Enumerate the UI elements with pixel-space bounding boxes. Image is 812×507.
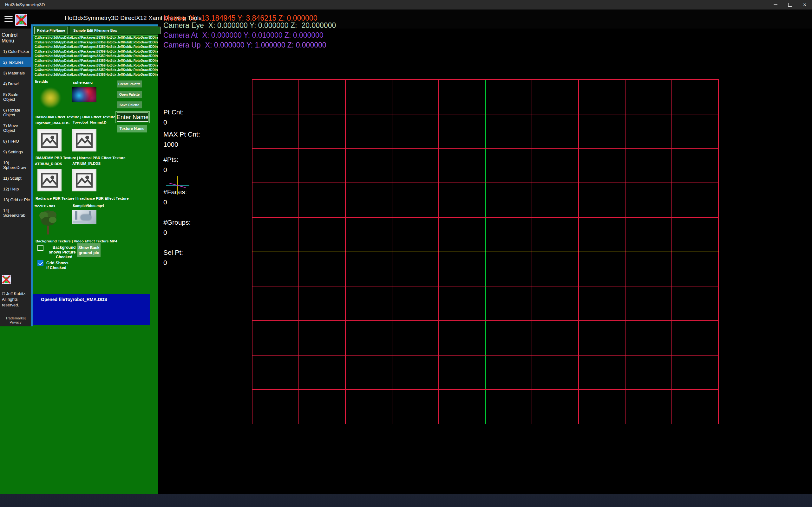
file-path-row[interactable]: C:\Users\hot3d\AppData\Local\Packages\38…: [33, 68, 158, 73]
grid-horizontal-line: [252, 355, 719, 355]
grid-horizontal-line: [252, 114, 719, 114]
atrium-r-placeholder-image[interactable]: [38, 169, 61, 191]
stat-groups: #Groups:0: [163, 217, 191, 238]
sidebar-item-1-colorpicker[interactable]: 1) ColorPicker: [0, 47, 31, 56]
background-picture-checkbox[interactable]: [38, 245, 44, 251]
origin-axis-indicator: [160, 174, 195, 198]
background-video-caption: Background Texture | Video Effect Textur…: [36, 239, 157, 243]
sidebar-item-11-sculpt[interactable]: 11) Sculpt: [0, 173, 31, 183]
stat-max-pt-cnt: MAX Pt Cnt:1000: [163, 129, 200, 150]
window-titlebar: Hot3dxSymmetry3D ×: [0, 0, 812, 9]
restore-button[interactable]: [783, 0, 798, 9]
file-path-row[interactable]: C:\Users\hot3d\AppData\Local\Packages\38…: [33, 45, 158, 50]
grid-horizontal-line: [252, 424, 719, 424]
sidebar-item-5-scale-object[interactable]: 5) Scale Object: [0, 90, 31, 104]
panel-left-accent: [31, 24, 33, 326]
sidebar-item-12-help[interactable]: 12) Help: [0, 184, 31, 194]
radiance-caption: Radiance PBR Texture | Irradiance PBR Ef…: [36, 196, 157, 200]
create-palette-button[interactable]: Create Palette: [117, 80, 142, 88]
broken-image-icon: [41, 133, 58, 148]
minimize-button[interactable]: [768, 0, 783, 9]
close-icon: ×: [803, 2, 807, 8]
texture-palette-panel: Palette FileName Sample Edit Filename Bo…: [31, 24, 158, 326]
broken-image-icon: [76, 133, 93, 148]
sidebar-item-6-rotate-object[interactable]: 6) Rotate Object: [0, 105, 31, 120]
sidebar-logo-icon: Hot 3D: [2, 275, 11, 284]
viewport-grid: [252, 79, 719, 424]
toyrobot-rma-placeholder-image[interactable]: [38, 129, 61, 152]
file-path-row[interactable]: C:\Users\hot3d\AppData\Local\Packages\38…: [33, 54, 158, 59]
sidebar-item-4-draw[interactable]: 4) Draw!: [0, 79, 31, 89]
stat-sel-pt: Sel Pt:0: [163, 247, 183, 268]
status-message-box: Opened fileToyrobot_RMA.DDS: [33, 294, 150, 325]
privacy-link[interactable]: Privacy: [9, 320, 21, 324]
atrium-ir-label: ATRIUM_IR.DDS: [72, 162, 101, 165]
svg-text:3D: 3D: [4, 280, 8, 283]
grid-horizontal-line: [252, 389, 719, 390]
tree-texture-label: tree01S.dds: [35, 204, 55, 208]
toyrobot-normal-placeholder-image[interactable]: [72, 129, 96, 152]
taskbar: Search O L: [0, 494, 812, 507]
background-picture-checkbox-label: Background shows Picture if Checked: [46, 245, 82, 260]
broken-image-icon: [41, 173, 58, 187]
atrium-r-label: ATRIUM_R.DDS: [35, 162, 62, 166]
open-palette-button[interactable]: Open Palette: [117, 91, 142, 98]
fire-texture-label: fire.dds: [35, 79, 48, 83]
grid-center-horizontal-line: [252, 251, 719, 252]
texture-name-button[interactable]: Texture Name: [117, 125, 147, 132]
file-path-row[interactable]: C:\Users\hot3d\AppData\Local\Packages\38…: [33, 41, 158, 45]
sample-video-thumbnail[interactable]: [72, 210, 96, 224]
trademarks-link[interactable]: Trademarks: [5, 316, 25, 320]
sphere-texture-thumbnail[interactable]: [72, 87, 96, 102]
toyrobot-normal-label: Toyrobot_Normal.D: [72, 120, 107, 124]
app-logo-icon: Hot 3D: [15, 14, 27, 26]
atrium-ir-placeholder-image[interactable]: [72, 169, 96, 191]
copyright-text: © Jeff Kubitz. All rights reserved.: [2, 291, 26, 308]
close-button[interactable]: ×: [798, 0, 812, 9]
tree-texture-thumbnail[interactable]: [38, 209, 58, 235]
broken-image-icon: [76, 173, 93, 187]
sphere-texture-label: sphere.png: [73, 80, 93, 84]
save-palette-button[interactable]: Save Palette: [117, 101, 142, 108]
svg-text:Hot: Hot: [4, 276, 8, 279]
hamburger-menu-icon[interactable]: [4, 16, 13, 22]
sidebar-item-14-screengrab[interactable]: 14) ScreenGrab: [0, 206, 31, 220]
status-message: Opened fileToyrobot_RMA.DDS: [41, 297, 107, 302]
grid-shows-checkbox-label: Grid Shows if Checked: [46, 261, 72, 270]
sidebar-menu: 1) ColorPicker2) Textures3) Materials4) …: [0, 47, 31, 220]
grid-horizontal-line: [252, 286, 719, 286]
file-path-row[interactable]: C:\Users\hot3d\AppData\Local\Packages\38…: [33, 73, 158, 78]
sidebar-item-2-textures[interactable]: 2) Textures: [0, 57, 31, 67]
svg-text:Hot: Hot: [18, 15, 24, 19]
camera-up-coordinates: Camera UpX: 0.000000 Y: 1.000000 Z: 0.00…: [163, 41, 326, 49]
sidebar-item-7-move-object[interactable]: 7) Move Object: [0, 121, 31, 135]
control-menu-sidebar: Control Menu 1) ColorPicker2) Textures3)…: [0, 29, 31, 326]
show-background-button[interactable]: Show Back ground pic: [77, 243, 101, 257]
sidebar-item-8-fileio[interactable]: 8) FileIO: [0, 136, 31, 146]
minimize-icon: [774, 4, 777, 5]
grid-horizontal-line: [252, 182, 719, 183]
legal-links: Trademarks| Privacy: [0, 316, 31, 325]
file-path-row[interactable]: C:\Users\hot3d\AppData\Local\Packages\38…: [33, 64, 158, 68]
palette-tabstrip: Palette FileName Sample Edit Filename Bo…: [33, 26, 158, 36]
video-texture-label: SampleVideo.mp4: [72, 204, 104, 208]
grid-shows-checkbox[interactable]: [38, 260, 44, 266]
camera-eye-coordinates: Camera EyeX: 0.000000 Y: 0.000000 Z: -20…: [163, 21, 336, 30]
window-title: Hot3dxSymmetry3D: [5, 2, 45, 7]
sidebar-item-9-settings[interactable]: 9) Settings: [0, 147, 31, 157]
control-menu-label: Control Menu: [0, 29, 31, 46]
file-path-row[interactable]: C:\Users\hot3d\AppData\Local\Packages\38…: [33, 59, 158, 64]
fire-texture-thumbnail[interactable]: [40, 88, 61, 108]
stat-pts: #Pts:0: [163, 155, 179, 175]
green-footer-area: [0, 326, 158, 494]
sidebar-item-10-spheredraw[interactable]: 10) SphereDraw: [0, 158, 31, 172]
tab-palette-filename[interactable]: Palette FileName: [34, 26, 68, 34]
tab-sample-edit-filename[interactable]: Sample Edit Filename Box: [70, 26, 160, 34]
file-path-row[interactable]: C:\Users\hot3d\AppData\Local\Packages\38…: [33, 36, 158, 41]
grid-horizontal-line: [252, 320, 719, 321]
svg-text:3D: 3D: [19, 20, 24, 25]
enter-name-input[interactable]: Enter Name: [117, 112, 148, 122]
file-path-row[interactable]: C:\Users\hot3d\AppData\Local\Packages\38…: [33, 50, 158, 55]
sidebar-item-3-materials[interactable]: 3) Materials: [0, 68, 31, 78]
sidebar-item-13-grid-or-pic[interactable]: 13) Grid or Pic: [0, 195, 31, 205]
